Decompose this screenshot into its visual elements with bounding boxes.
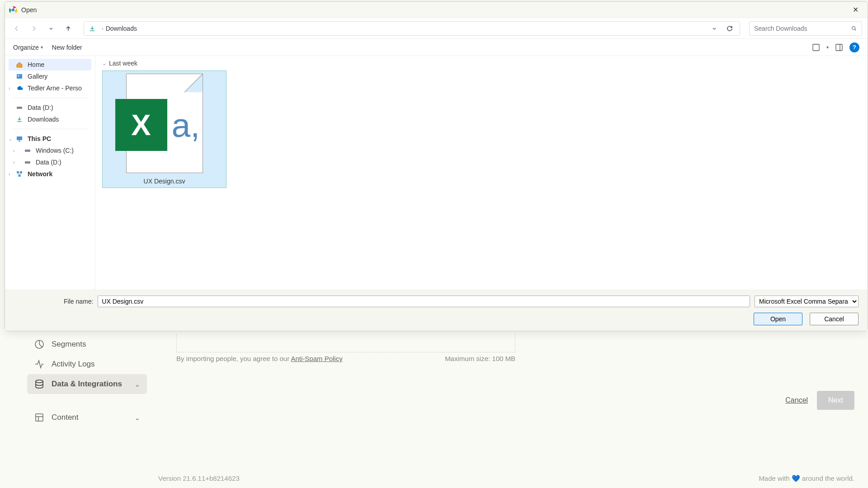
file-list-area[interactable]: ⌄ Last week X a, UX Design.csv (95, 56, 868, 290)
anti-spam-link[interactable]: Anti-Spam Policy (291, 355, 343, 362)
filename-label: File name: (14, 298, 93, 305)
sidebar-item-content[interactable]: Content ⌄ (27, 408, 147, 427)
svg-rect-17 (25, 150, 27, 151)
folder-sidebar: Home Gallery › Tedler Arne - Personal Da… (5, 56, 95, 290)
activity-icon (34, 359, 45, 370)
import-agreement-text: By importing people, you agree to our An… (176, 355, 343, 362)
sidebar-item-this-pc[interactable]: ⌄ This PC (5, 133, 95, 145)
bg-cancel-link[interactable]: Cancel (785, 396, 808, 404)
new-folder-button[interactable]: New folder (52, 44, 82, 51)
cancel-button[interactable]: Cancel (810, 313, 859, 325)
sidebar-item-data-d[interactable]: Data (D:) (5, 102, 95, 113)
bg-main: By importing people, you agree to our An… (154, 334, 859, 362)
nav-bar: › Downloads (5, 18, 868, 39)
expand-icon[interactable]: › (13, 160, 14, 165)
preview-pane-button[interactable] (834, 42, 844, 52)
expand-icon[interactable]: › (13, 148, 14, 153)
file-thumbnail: X a, (126, 74, 203, 173)
sidebar-item-home[interactable]: Home (9, 59, 91, 70)
file-item-ux-design[interactable]: X a, UX Design.csv (102, 70, 226, 188)
expand-icon[interactable]: › (9, 86, 10, 91)
content-icon (34, 412, 45, 423)
back-button[interactable] (10, 22, 23, 35)
downloads-folder-icon (89, 25, 96, 32)
address-bar[interactable]: › Downloads (84, 21, 740, 36)
bg-action-buttons: Cancel Next (785, 391, 854, 410)
bg-sidebar: Segments Activity Logs Data & Integratio… (27, 334, 147, 427)
chevron-down-icon: ⌄ (134, 413, 140, 422)
sidebar-item-windows-c[interactable]: › Windows (C:) (5, 145, 95, 156)
svg-rect-8 (813, 44, 819, 51)
toolbar: Organize ▾ New folder ▾ ? (5, 39, 868, 56)
expand-icon[interactable]: ⌄ (9, 136, 12, 141)
search-input[interactable] (754, 25, 851, 32)
chevron-down-icon: ⌄ (102, 61, 106, 66)
svg-rect-20 (20, 171, 22, 173)
drive-icon (24, 147, 32, 154)
bg-next-button[interactable]: Next (817, 391, 854, 410)
dialog-body: Home Gallery › Tedler Arne - Personal Da… (5, 56, 868, 290)
downloads-icon (16, 116, 24, 123)
caret-down-icon: ▾ (41, 45, 43, 50)
svg-rect-9 (836, 44, 842, 51)
address-dropdown[interactable] (708, 26, 721, 31)
open-button[interactable]: Open (754, 313, 802, 325)
filename-row: File name: Microsoft Excel Comma Separa (14, 296, 859, 307)
svg-point-1 (36, 380, 43, 383)
heart-icon: 💙 (792, 474, 800, 482)
svg-rect-18 (25, 161, 30, 164)
breadcrumb-downloads[interactable]: Downloads (106, 25, 137, 32)
chrome-icon (9, 5, 18, 14)
svg-rect-15 (19, 141, 20, 141)
dialog-footer: File name: Microsoft Excel Comma Separa … (5, 290, 868, 331)
svg-rect-13 (17, 107, 22, 109)
file-name-label: UX Design.csv (144, 178, 185, 185)
segments-label: Segments (52, 340, 140, 349)
close-button[interactable]: ✕ (847, 4, 864, 16)
sidebar-item-data-integrations[interactable]: Data & Integrations ⌄ (27, 374, 147, 394)
upload-target-box[interactable] (176, 334, 515, 352)
drive-icon (16, 104, 24, 111)
max-size-text: Maximum size: 100 MB (445, 355, 515, 362)
sidebar-item-downloads[interactable]: Downloads (5, 113, 95, 125)
sidebar-item-network[interactable]: › Network (5, 168, 95, 180)
recent-dropdown[interactable] (45, 22, 57, 35)
svg-rect-21 (19, 175, 21, 177)
view-dropdown[interactable]: ▾ (826, 45, 829, 50)
filename-input[interactable] (98, 296, 750, 307)
sidebar-divider (12, 129, 88, 129)
csv-suffix-icon: a, (172, 106, 200, 145)
search-box[interactable] (749, 21, 862, 36)
activity-label: Activity Logs (52, 360, 140, 369)
refresh-button[interactable] (724, 23, 735, 34)
svg-point-6 (12, 8, 15, 11)
bg-footer: Version 21.6.11+b8214623 Made with 💙 aro… (158, 474, 854, 483)
home-icon (16, 61, 24, 68)
help-button[interactable]: ? (849, 42, 859, 52)
svg-rect-14 (17, 136, 22, 140)
group-header[interactable]: ⌄ Last week (102, 60, 861, 67)
sidebar-item-activity-logs[interactable]: Activity Logs (27, 354, 147, 374)
title-bar: Open ✕ (5, 2, 868, 18)
content-label: Content (52, 413, 134, 422)
sidebar-item-segments[interactable]: Segments (27, 334, 147, 354)
drive-icon (24, 159, 32, 166)
database-icon (34, 379, 45, 389)
search-icon (851, 25, 857, 32)
excel-badge-icon: X (115, 99, 167, 151)
sidebar-item-gallery[interactable]: Gallery (5, 70, 95, 82)
svg-rect-11 (17, 74, 22, 79)
up-button[interactable] (62, 22, 75, 35)
filetype-select[interactable]: Microsoft Excel Comma Separa (755, 296, 859, 307)
breadcrumb-separator: › (102, 26, 104, 31)
svg-point-7 (852, 26, 855, 29)
import-footer-row: By importing people, you agree to our An… (176, 355, 515, 362)
sidebar-item-data-d2[interactable]: › Data (D:) (5, 156, 95, 168)
organize-button[interactable]: Organize ▾ (13, 44, 43, 51)
view-mode-button[interactable] (811, 42, 821, 52)
file-open-dialog: Open ✕ › Downloads Organize ▾ New folder (5, 1, 868, 331)
expand-icon[interactable]: › (9, 172, 10, 177)
chevron-down-icon: ⌄ (134, 380, 140, 389)
forward-button[interactable] (28, 22, 40, 35)
sidebar-item-onedrive[interactable]: › Tedler Arne - Personal (5, 82, 95, 94)
